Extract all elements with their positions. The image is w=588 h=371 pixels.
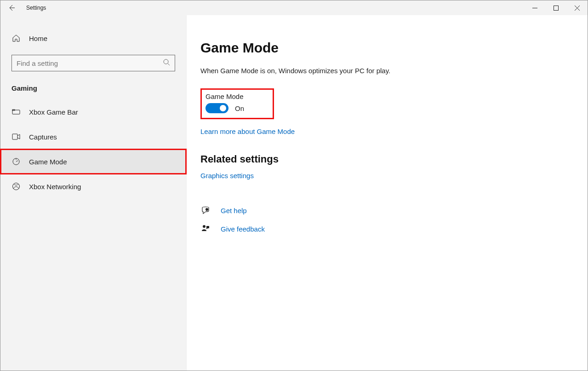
page-description: When Game Mode is on, Windows optimizes …: [200, 67, 569, 75]
sidebar-section-title: Gaming: [0, 71, 186, 99]
sidebar-item-label: Xbox Game Bar: [29, 108, 78, 116]
game-mode-toggle-block: Game Mode On: [200, 88, 274, 119]
graphics-settings-link[interactable]: Graphics settings: [200, 172, 254, 180]
minimize-icon: [532, 6, 537, 11]
search-box[interactable]: [11, 55, 175, 71]
maximize-button[interactable]: [545, 0, 566, 15]
learn-more-link[interactable]: Learn more about Game Mode: [200, 128, 295, 135]
give-feedback-row[interactable]: Give feedback: [200, 220, 569, 238]
toggle-title: Game Mode: [206, 93, 269, 100]
titlebar: Settings: [0, 0, 588, 15]
settings-window: Settings Home: [0, 0, 588, 371]
xbox-icon: [11, 182, 21, 191]
sidebar-item-label: Xbox Networking: [29, 183, 81, 191]
window-controls: [524, 0, 588, 15]
give-feedback-label: Give feedback: [221, 225, 265, 233]
sidebar: Home Gaming Xbox Game Bar: [0, 15, 187, 371]
sidebar-item-xbox-networking[interactable]: Xbox Networking: [0, 174, 186, 199]
sidebar-item-label: Game Mode: [29, 158, 67, 166]
page-title: Game Mode: [200, 40, 569, 56]
svg-rect-0: [554, 6, 558, 10]
titlebar-left: Settings: [0, 0, 46, 15]
svg-text:?: ?: [206, 209, 208, 211]
sidebar-item-captures[interactable]: Captures: [0, 124, 186, 149]
toggle-row: On: [206, 103, 269, 113]
spacer: [200, 180, 569, 201]
main-content: Game Mode When Game Mode is on, Windows …: [187, 15, 588, 371]
sidebar-item-xbox-game-bar[interactable]: Xbox Game Bar: [0, 99, 186, 124]
search-input[interactable]: [17, 59, 163, 67]
help-icon: ?: [200, 206, 211, 215]
toggle-state: On: [235, 104, 244, 112]
gamebar-icon: [11, 107, 21, 116]
svg-point-1: [164, 59, 168, 64]
sidebar-home[interactable]: Home: [0, 28, 186, 48]
maximize-icon: [554, 6, 559, 11]
related-settings-heading: Related settings: [200, 153, 569, 165]
gamemode-icon: [11, 157, 21, 166]
arrow-left-icon: [8, 4, 15, 12]
search-icon: [163, 59, 170, 68]
svg-point-9: [203, 225, 206, 228]
get-help-label: Get help: [221, 207, 247, 214]
feedback-icon: [200, 224, 211, 233]
close-icon: [575, 6, 580, 11]
search-container: [0, 48, 186, 71]
sidebar-home-label: Home: [29, 35, 47, 42]
game-mode-toggle[interactable]: [206, 103, 228, 113]
home-icon: [11, 34, 21, 43]
minimize-button[interactable]: [524, 0, 545, 15]
window-body: Home Gaming Xbox Game Bar: [0, 15, 588, 371]
svg-rect-4: [12, 134, 17, 139]
get-help-row[interactable]: ? Get help: [200, 201, 569, 220]
window-title: Settings: [26, 5, 46, 11]
sidebar-item-game-mode[interactable]: Game Mode: [0, 149, 186, 174]
close-button[interactable]: [566, 0, 588, 15]
toggle-knob: [220, 105, 226, 111]
captures-icon: [11, 132, 21, 141]
back-button[interactable]: [0, 0, 23, 15]
sidebar-item-label: Captures: [29, 133, 57, 141]
